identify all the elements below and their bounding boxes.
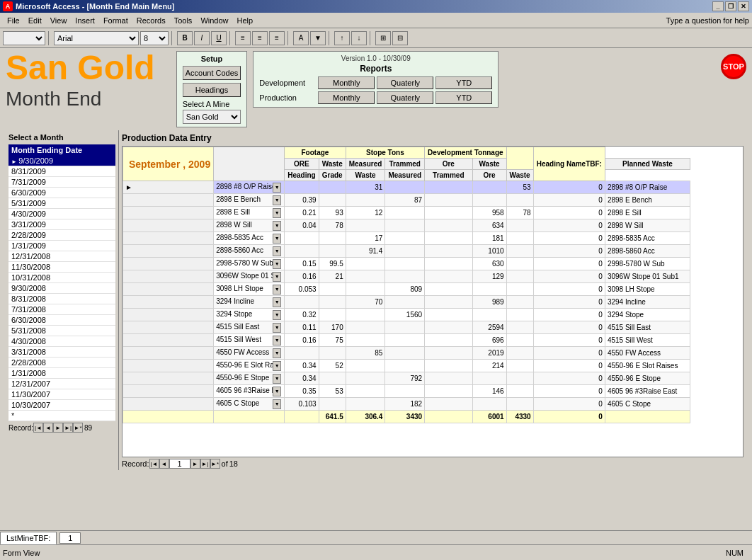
heading-input[interactable] xyxy=(216,195,273,203)
month-row[interactable]: 2/28/2009 xyxy=(8,230,115,241)
misc-btn-1[interactable]: ⊞ xyxy=(375,31,391,45)
month-row[interactable]: 1/31/2009 xyxy=(8,241,115,251)
table-row[interactable]: ▼7098903294 Incline xyxy=(123,296,690,309)
month-row[interactable]: 1/31/2008 xyxy=(8,368,115,379)
menu-help[interactable]: Help xyxy=(233,15,258,26)
month-row[interactable]: 11/30/2008 xyxy=(8,262,115,273)
heading-dropdown-button[interactable]: ▼ xyxy=(273,387,281,396)
data-record-current[interactable] xyxy=(169,459,190,469)
development-quarterly-button[interactable]: Quaterly xyxy=(377,76,433,89)
table-row[interactable]: ▼0.10318204605 C Stope xyxy=(123,398,690,411)
sort-desc-btn[interactable]: ↓ xyxy=(351,31,367,45)
underline-button[interactable]: U xyxy=(211,31,227,45)
menu-records[interactable]: Records xyxy=(132,15,170,26)
table-row[interactable]: ▼0.3479204550-96 E Stope xyxy=(123,372,690,385)
restore-button[interactable]: ❒ xyxy=(725,1,736,11)
heading-input[interactable] xyxy=(216,374,273,382)
close-button[interactable]: ✕ xyxy=(738,1,749,11)
italic-button[interactable]: I xyxy=(194,31,210,45)
month-row[interactable]: 3/31/2008 xyxy=(8,347,115,358)
heading-input[interactable] xyxy=(216,310,273,318)
window-controls[interactable]: _ ❒ ✕ xyxy=(712,1,749,11)
heading-dropdown-button[interactable]: ▼ xyxy=(273,221,281,231)
heading-dropdown-button[interactable]: ▼ xyxy=(273,361,281,371)
heading-dropdown-button[interactable]: ▼ xyxy=(273,285,281,295)
heading-input[interactable] xyxy=(216,323,273,331)
table-row[interactable]: ▼1718102898-5835 Acc xyxy=(123,232,690,245)
stop-button[interactable]: STOP xyxy=(721,54,746,79)
heading-input[interactable] xyxy=(216,246,273,254)
data-next-button[interactable]: ► xyxy=(190,459,200,469)
heading-input[interactable] xyxy=(216,387,273,394)
heading-input[interactable] xyxy=(216,399,273,407)
heading-dropdown-button[interactable]: ▼ xyxy=(273,272,281,282)
table-row[interactable]: ▼0.05380903098 LH Stope xyxy=(123,283,690,296)
month-row[interactable]: 10/30/2007 xyxy=(8,400,115,411)
table-row[interactable]: ▼91.4101002898-5860 Acc xyxy=(123,245,690,258)
table-row[interactable]: ▼0.167569604515 Sill West xyxy=(123,334,690,347)
table-row[interactable]: ▼0.398702898 E Bench xyxy=(123,194,690,207)
bold-button[interactable]: B xyxy=(177,31,193,45)
month-new-row[interactable]: * xyxy=(8,411,115,421)
highlight-btn[interactable]: ▼ xyxy=(310,31,326,45)
month-new-button[interactable]: ►* xyxy=(73,423,83,433)
heading-dropdown-button[interactable]: ▼ xyxy=(273,208,281,218)
align-left-button[interactable]: ≡ xyxy=(235,31,251,45)
heading-input[interactable] xyxy=(216,361,273,369)
heading-dropdown-button[interactable]: ▼ xyxy=(273,336,281,345)
heading-dropdown-button[interactable]: ▼ xyxy=(273,374,281,384)
menu-window[interactable]: Window xyxy=(196,15,232,26)
data-prev-button[interactable]: ◄ xyxy=(159,459,169,469)
heading-input[interactable] xyxy=(216,285,273,292)
month-row[interactable]: 3/31/2009 xyxy=(8,219,115,230)
heading-dropdown-button[interactable]: ▼ xyxy=(273,195,281,205)
heading-dropdown-button[interactable]: ▼ xyxy=(273,323,281,333)
heading-dropdown-button[interactable]: ▼ xyxy=(273,259,281,269)
month-row[interactable]: 12/31/2008 xyxy=(8,251,115,262)
heading-input[interactable] xyxy=(216,272,273,280)
month-row[interactable]: 11/30/2007 xyxy=(8,389,115,400)
heading-dropdown-button[interactable]: ▼ xyxy=(273,183,281,193)
month-row[interactable]: 12/31/2007 xyxy=(8,379,115,389)
development-monthly-button[interactable]: Monthly xyxy=(318,76,375,89)
data-new-button[interactable]: ►* xyxy=(210,459,220,469)
menu-insert[interactable]: Insert xyxy=(71,15,99,26)
menu-format[interactable]: Format xyxy=(99,15,132,26)
heading-input[interactable] xyxy=(216,208,273,216)
heading-dropdown-button[interactable]: ▼ xyxy=(273,348,281,358)
heading-input[interactable] xyxy=(216,336,273,343)
font-name-combo[interactable]: Arial xyxy=(54,31,139,45)
production-quarterly-button[interactable]: Quaterly xyxy=(377,91,433,104)
month-row[interactable]: 6/30/2009 xyxy=(8,188,115,198)
month-row[interactable]: 5/31/2009 xyxy=(8,198,115,209)
heading-dropdown-button[interactable]: ▼ xyxy=(273,246,281,256)
object-type-combo[interactable] xyxy=(3,31,45,45)
heading-dropdown-button[interactable]: ▼ xyxy=(273,297,281,307)
month-row[interactable]: 10/31/2008 xyxy=(8,273,115,283)
month-first-button[interactable]: |◄ xyxy=(33,423,43,433)
month-row[interactable]: ► 9/30/2009 xyxy=(8,156,115,166)
table-row[interactable]: ►▼315302898 #8 O/P Raise xyxy=(123,181,690,194)
heading-input[interactable] xyxy=(216,297,273,305)
data-last-button[interactable]: ►| xyxy=(200,459,210,469)
heading-dropdown-button[interactable]: ▼ xyxy=(273,399,281,409)
heading-input[interactable] xyxy=(216,234,273,241)
table-row[interactable]: ▼0.1599.563002998-5780 W Sub xyxy=(123,258,690,270)
minimize-button[interactable]: _ xyxy=(712,1,724,11)
month-row[interactable]: 9/30/2008 xyxy=(8,283,115,294)
heading-input[interactable] xyxy=(216,183,273,190)
month-row[interactable]: 2/28/2008 xyxy=(8,358,115,368)
month-row[interactable]: 7/31/2009 xyxy=(8,177,115,188)
table-row[interactable]: ▼0.345221404550-96 E Slot Raises xyxy=(123,360,690,372)
menu-tools[interactable]: Tools xyxy=(170,15,197,26)
misc-btn-2[interactable]: ⊟ xyxy=(392,31,408,45)
table-row[interactable]: ▼0.355314604605 96 #3Raise East xyxy=(123,385,690,398)
heading-input[interactable] xyxy=(216,221,273,229)
menu-view[interactable]: View xyxy=(46,15,72,26)
month-row[interactable]: 7/31/2008 xyxy=(8,304,115,315)
month-row[interactable]: 8/31/2009 xyxy=(8,166,115,177)
menu-edit[interactable]: Edit xyxy=(24,15,46,26)
month-row[interactable]: 5/31/2008 xyxy=(8,326,115,336)
menu-file[interactable]: File xyxy=(3,15,24,26)
data-first-button[interactable]: |◄ xyxy=(149,459,159,469)
